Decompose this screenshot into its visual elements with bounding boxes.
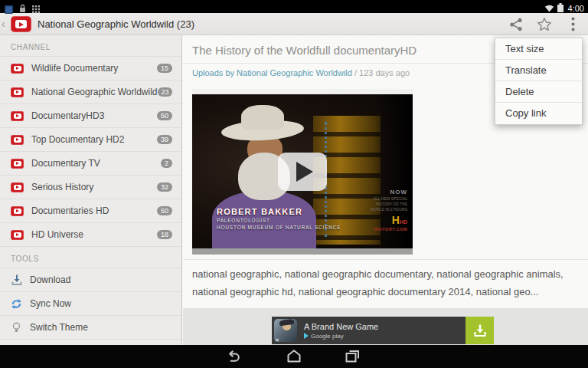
sidebar-item-serious-history[interactable]: Serious History 32 — [0, 176, 181, 199]
youtube-channel-icon — [11, 230, 24, 240]
tools-section-header: TOOLS — [0, 247, 181, 268]
video-thumbnail[interactable]: ROBERT BAKKER PALEONTOLOGIST HOUSTON MUS… — [192, 89, 413, 255]
menu-item-text-size[interactable]: Text size — [495, 38, 582, 60]
grid-notification-icon — [32, 2, 40, 16]
menu-item-translate[interactable]: Translate — [495, 60, 582, 81]
lock-icon — [19, 2, 26, 16]
sidebar-item-wildlife-documentary[interactable]: Wildlife Documentary 15 — [0, 57, 181, 80]
google-play-icon — [304, 333, 309, 339]
play-button[interactable] — [278, 153, 327, 191]
sidebar-item-documentaries-hd[interactable]: Documentaries HD 50 — [0, 199, 181, 223]
android-nav-bar — [0, 345, 588, 368]
overflow-menu-icon[interactable] — [564, 16, 581, 33]
status-notifications — [5, 2, 40, 16]
count-badge: 32 — [157, 182, 172, 192]
uploader-link[interactable]: Uploads by National Geographic Worldwild — [192, 68, 352, 77]
history-channel-bug: NOW ALL NEW SPECIAL HISTORY OF THE WORLD… — [370, 189, 407, 232]
menu-item-delete[interactable]: Delete — [495, 81, 582, 103]
youtube-channel-icon — [11, 159, 24, 169]
sidebar: CHANNEL Wildlife Documentary 15 National… — [0, 35, 182, 345]
divider — [183, 259, 588, 260]
thumbnail-bottom-strip — [192, 248, 413, 255]
notification-app-icon — [5, 5, 13, 14]
video-title: The History of the Worldfull documentary… — [192, 44, 416, 57]
clock-text: 4:00 — [567, 4, 584, 13]
sidebar-item-switch-theme[interactable]: Switch Theme — [0, 316, 181, 340]
history-logo: H — [392, 214, 400, 226]
count-badge: 50 — [157, 206, 172, 215]
youtube-channel-icon — [11, 87, 24, 97]
cowboy-hat-crown-graphic — [241, 105, 284, 130]
sidebar-item-download[interactable]: Download — [0, 268, 181, 292]
favorite-star-icon[interactable] — [536, 16, 553, 33]
context-menu: Text size Translate Delete Copy link — [495, 38, 583, 125]
ad-banner[interactable]: ✕ A Brand New Game Google play — [272, 317, 494, 344]
upload-age-text: / 123 days ago — [352, 68, 410, 77]
count-badge: 39 — [157, 135, 172, 144]
count-badge: 15 — [157, 64, 172, 73]
thumbnail-top-strip — [192, 89, 413, 94]
video-description: national geographic, national geographic… — [192, 265, 584, 301]
thumbnail-scene: ROBERT BAKKER PALEONTOLOGIST HOUSTON MUS… — [192, 94, 413, 248]
sidebar-item-hd-universe[interactable]: HD Universe 18 — [0, 223, 181, 247]
count-badge: 2 — [161, 159, 172, 168]
sidebar-item-national-geographic-worldwild[interactable]: National Geographic Worldwild 23 — [0, 80, 181, 104]
google-play-row: Google play — [304, 333, 378, 340]
ad-close-icon[interactable]: ✕ — [275, 337, 279, 343]
count-badge: 50 — [157, 111, 172, 120]
lightbulb-icon — [11, 322, 22, 334]
youtube-channel-icon — [11, 182, 24, 192]
count-badge: 23 — [158, 87, 172, 97]
sidebar-item-sync-now[interactable]: Sync Now — [0, 292, 181, 316]
status-indicators: 4:00 — [544, 2, 584, 15]
youtube-channel-icon — [11, 206, 24, 216]
youtube-channel-icon — [11, 111, 24, 121]
count-badge: 18 — [157, 230, 172, 239]
nav-recents-icon[interactable] — [339, 348, 365, 365]
battery-icon — [557, 2, 564, 15]
youtube-app-icon — [11, 16, 31, 32]
menu-item-copy-link[interactable]: Copy link — [495, 103, 582, 124]
share-icon[interactable] — [508, 16, 524, 33]
page-title: National Geographic Worldwild (23) — [38, 18, 194, 30]
wifi-icon — [544, 2, 554, 15]
sidebar-item-documentary-tv[interactable]: Documentary TV 2 — [0, 152, 181, 176]
speaker-caption: ROBERT BAKKER PALEONTOLOGIST HOUSTON MUS… — [217, 207, 341, 230]
sidebar-item-documentaryhd3[interactable]: DocumentaryHD3 50 — [0, 104, 181, 128]
sync-icon — [11, 298, 22, 310]
video-meta-line: Uploads by National Geographic Worldwild… — [192, 68, 410, 77]
youtube-channel-icon — [11, 64, 24, 74]
ad-headline: A Brand New Game — [304, 322, 378, 331]
download-icon — [11, 274, 22, 286]
channel-section-header: CHANNEL — [0, 35, 181, 56]
app-screen: 4:00 ‹ National Geographic Worldwild (23… — [0, 0, 588, 368]
back-chevron-icon[interactable]: ‹ — [2, 18, 5, 30]
nav-back-icon[interactable] — [220, 348, 247, 365]
nav-home-icon[interactable] — [281, 348, 307, 365]
sidebar-item-top-documentary-hd2[interactable]: Top Documentary HD2 39 — [0, 128, 181, 152]
status-bar: 4:00 — [0, 0, 588, 13]
app-bar: ‹ National Geographic Worldwild (23) — [0, 13, 588, 35]
youtube-channel-icon — [11, 135, 24, 145]
ad-install-button[interactable] — [466, 317, 494, 344]
